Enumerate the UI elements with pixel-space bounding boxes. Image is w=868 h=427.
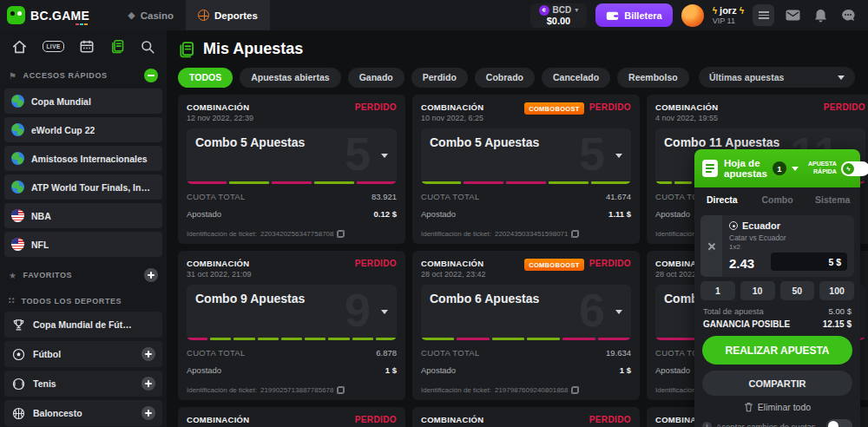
sidebar-quick-item[interactable]: eWorld Cup 22	[4, 117, 162, 142]
comboboost-badge: COMBOBOOST	[524, 259, 583, 271]
bet-list-button[interactable]	[753, 4, 774, 26]
status-badge: PERDIDO	[355, 259, 397, 268]
copy-icon[interactable]	[337, 230, 345, 238]
vip-level: VIP 11	[713, 16, 744, 26]
bet-card[interactable]: COMBINACIÓN 26 oct 2022, 11:39 PERDIDO	[412, 407, 640, 427]
place-bet-button[interactable]: REALIZAR APUESTA	[702, 336, 852, 365]
filter-pill[interactable]: Cancelado	[542, 68, 610, 88]
expand-plus-button[interactable]	[141, 377, 155, 391]
chevron-down-icon[interactable]	[615, 310, 622, 314]
chevron-down-icon[interactable]	[792, 167, 799, 171]
bet-card[interactable]: COMBINACIÓN 31 oct 2022, 21:09 PERDIDO 9…	[178, 251, 405, 400]
quick-stake-button[interactable]: 10	[740, 281, 775, 300]
my-bets-button[interactable]	[110, 39, 125, 54]
bet-card[interactable]: COMBINACIÓN 28 oct 2022, 23:42 COMBOBOOS…	[412, 251, 640, 400]
top-nav-tab[interactable]: ◆ Casino	[115, 0, 186, 30]
top-nav-tab-label: Deportes	[214, 10, 258, 21]
clear-all-button[interactable]: Eliminar todo	[694, 402, 860, 412]
home-button[interactable]	[12, 40, 27, 54]
avatar[interactable]	[681, 4, 704, 27]
bet-slip-tab[interactable]: Sistema	[805, 194, 860, 205]
sidebar-sport-item[interactable]: Copa Mundial de Fútbol de 2022	[4, 312, 162, 338]
ticket-id: 2199025713887785678	[260, 386, 334, 394]
combo-panel[interactable]: 6 Combo 6 Apuestas	[421, 285, 631, 340]
cuota-value: 19.634	[606, 348, 631, 358]
bet-slip-tab[interactable]: Combo	[750, 194, 806, 205]
filter-pill[interactable]: Perdido	[411, 68, 468, 88]
chevron-down-icon[interactable]	[615, 154, 622, 158]
cuota-value: 83.921	[372, 192, 397, 201]
chat-button[interactable]	[838, 9, 858, 22]
grid-icon: ∷	[9, 296, 16, 305]
comboboost-badge: COMBOBOOST	[524, 102, 583, 115]
bet-slip-header: Hoja de apuestas 1 APUESTA RÁPIDA ϟ	[694, 149, 860, 187]
calendar-button[interactable]	[80, 40, 94, 53]
user-block[interactable]: ϟ jorz ϟ VIP 11	[713, 5, 744, 26]
top-nav-tab[interactable]: Deportes	[186, 0, 270, 30]
leg-result-strip	[187, 338, 397, 340]
leg-segment	[314, 181, 354, 184]
league-icon	[11, 181, 24, 194]
messages-button[interactable]	[783, 10, 802, 21]
brand-logo[interactable]: BC.GAME	[0, 6, 98, 24]
wallet-button[interactable]: Billetera	[595, 3, 672, 27]
bet-card[interactable]: COMBINACIÓN 27 oct 2022, 2:25 PERDIDO	[178, 407, 405, 427]
close-icon	[707, 242, 716, 251]
currency-selector[interactable]: ¢ BCD ▾ $0.00	[530, 3, 588, 28]
chevron-down-icon[interactable]	[381, 310, 388, 314]
combo-panel[interactable]: 5 Combo 5 Apuestas	[421, 128, 631, 184]
live-button[interactable]: LIVE	[43, 41, 63, 52]
sidebar-sport-item[interactable]: Tenis	[4, 371, 162, 397]
copy-icon[interactable]	[571, 386, 579, 394]
favorites-title: FAVORITOS	[23, 271, 73, 279]
filter-pill[interactable]: Ganado	[348, 68, 404, 88]
ticket-id: 2197987609240801868	[495, 386, 569, 394]
cuota-value: 41.674	[606, 192, 631, 201]
bet-card[interactable]: COMBINACIÓN 10 nov 2022, 6:25 COMBOBOOST…	[412, 95, 640, 244]
stake-input[interactable]: 5 $	[771, 253, 847, 271]
sort-dropdown[interactable]: Últimas apuestas	[699, 67, 855, 88]
combo-panel[interactable]: 5 Combo 5 Apuestas	[187, 128, 397, 184]
filter-pill[interactable]: Cobrado	[475, 68, 535, 88]
quick-stake-button[interactable]: 50	[780, 281, 815, 300]
sidebar-quick-item[interactable]: NFL	[4, 232, 162, 257]
bet-card[interactable]: COMBINACIÓN 12 nov 2022, 22:39 PERDIDO 5…	[178, 95, 405, 244]
sidebar-sport-item[interactable]: Baloncesto	[4, 400, 162, 426]
leg-segment	[421, 181, 461, 184]
bet-slip-tab[interactable]: Directa	[694, 194, 750, 205]
expand-plus-button[interactable]	[141, 406, 155, 420]
quick-stake-button[interactable]: 100	[819, 281, 854, 300]
ticket-label: Identificación de ticket:	[187, 386, 257, 394]
sidebar-sport-item[interactable]: Fútbol	[4, 341, 162, 367]
search-button[interactable]	[141, 40, 155, 54]
status-badge: PERDIDO	[589, 102, 631, 112]
collapse-minus-button[interactable]	[144, 69, 158, 82]
leg-segment	[674, 181, 691, 184]
chevron-down-icon[interactable]	[381, 154, 388, 158]
expand-plus-button[interactable]	[141, 347, 155, 361]
top-nav: ◆ Casino Deportes	[115, 0, 270, 30]
copy-icon[interactable]	[337, 386, 345, 394]
sidebar-quick-item[interactable]: NBA	[4, 203, 162, 228]
filter-pill[interactable]: Apuestas abiertas	[240, 68, 340, 88]
leg-segment	[598, 338, 631, 340]
share-button[interactable]: COMPARTIR	[702, 371, 852, 396]
bet-type: COMBINACIÓN	[421, 415, 485, 424]
combo-panel[interactable]: 9 Combo 9 Apuestas	[187, 285, 397, 340]
filter-pill[interactable]: Reembolso	[617, 68, 689, 88]
notifications-button[interactable]	[811, 9, 830, 23]
sidebar-quick-item[interactable]: Amistosos Internacionales	[4, 146, 162, 171]
quick-bet-toggle[interactable]: ϟ	[841, 161, 868, 176]
sidebar-quick-item[interactable]: Copa Mundial	[4, 89, 162, 114]
leg-segment	[457, 338, 490, 340]
accept-odds-toggle[interactable]	[826, 419, 852, 427]
remove-selection-button[interactable]	[700, 215, 722, 277]
copy-icon[interactable]	[571, 230, 579, 238]
bet-slip-tab-label: Sistema	[815, 194, 850, 205]
leg-segment	[527, 338, 560, 340]
add-favorite-button[interactable]	[144, 268, 158, 282]
quick-stake-button[interactable]: 1	[700, 281, 735, 300]
sidebar-quick-item[interactable]: ATP World Tour Finals, Indiv. Masc.	[4, 174, 162, 200]
bet-slip-icon	[701, 159, 719, 178]
filter-pill[interactable]: TODOS	[178, 68, 233, 88]
